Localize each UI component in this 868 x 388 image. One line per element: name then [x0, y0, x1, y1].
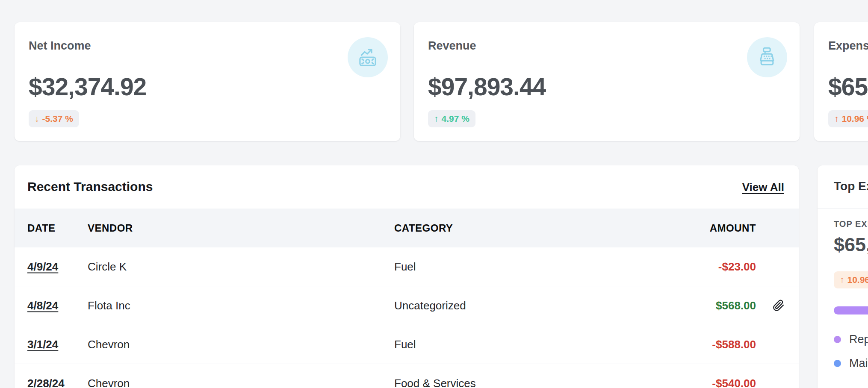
revenue-value: $97,893.44: [428, 73, 546, 101]
top-expenses-panel: Top Expenses TOP EXPENSES $65,518.52 ↑ 1…: [818, 165, 868, 388]
card-title: Expenses: [828, 39, 868, 53]
arrow-up-icon: ↑: [834, 114, 839, 124]
transaction-vendor: Flota Inc: [88, 299, 130, 312]
legend-item: Maintenance: [834, 357, 868, 370]
cash-register-icon: [755, 45, 779, 70]
column-header-vendor: VENDOR: [88, 222, 133, 234]
revenue-card: Revenue $97,893.44 ↑ 4.97 %: [414, 22, 800, 141]
view-all-link[interactable]: View All: [742, 181, 784, 194]
revenue-delta-badge: ↑ 4.97 %: [428, 110, 475, 127]
delta-text: 10.96 %: [842, 114, 868, 124]
table-header-row: DATE VENDOR CATEGORY AMOUNT: [15, 209, 799, 247]
delta-text: 4.97 %: [442, 114, 469, 124]
transaction-category: Fuel: [394, 260, 416, 273]
icon-circle: [348, 37, 388, 77]
transaction-date-link[interactable]: 4/8/24: [27, 299, 58, 312]
recent-transactions-panel: Recent Transactions View All DATE VENDOR…: [15, 165, 799, 388]
arrow-up-icon: ↑: [434, 114, 439, 124]
column-header-amount: AMOUNT: [710, 222, 756, 234]
panel-title: Recent Transactions: [27, 179, 153, 194]
table-row[interactable]: 4/9/24 Circle K Fuel -$23.00: [15, 247, 799, 286]
transaction-amount: -$23.00: [718, 260, 756, 273]
delta-text: 10.96 %: [847, 275, 868, 285]
transaction-amount: -$588.00: [712, 338, 756, 351]
card-title: Net Income: [29, 39, 91, 53]
expenses-value: $65,518.52: [828, 73, 868, 101]
expenses-delta-badge: ↑ 10.96 %: [828, 110, 868, 127]
transaction-category: Fuel: [394, 338, 416, 351]
top-expenses-value: $65,518.52: [834, 234, 868, 256]
net-income-delta-badge: ↓ -5.37 %: [29, 110, 79, 127]
column-header-date: DATE: [27, 222, 56, 234]
transaction-category: Uncategorized: [394, 299, 466, 312]
expenses-distribution-bar: [834, 306, 868, 315]
table-row[interactable]: 3/1/24 Chevron Fuel -$588.00: [15, 325, 799, 364]
transaction-amount: -$540.00: [712, 377, 756, 388]
paperclip-icon[interactable]: [773, 300, 785, 312]
table-row[interactable]: 2/28/24 Chevron Food & Services -$540.00: [15, 364, 799, 388]
net-income-card: Net Income $32,374.92 ↓ -5.37 %: [15, 22, 400, 141]
legend-label: Maintenance: [849, 357, 868, 370]
arrow-down-icon: ↓: [35, 114, 39, 124]
transaction-date-link[interactable]: 2/28/24: [27, 377, 65, 388]
top-expenses-label: TOP EXPENSES: [834, 219, 868, 229]
column-header-category: CATEGORY: [394, 222, 453, 234]
delta-text: -5.37 %: [42, 114, 73, 124]
transaction-date-link[interactable]: 3/1/24: [27, 338, 58, 351]
banknote-trend-icon: [355, 45, 380, 70]
expenses-card: Expenses $65,518.52 ↑ 10.96 %: [814, 22, 868, 141]
top-expenses-delta-badge: ↑ 10.96 %: [834, 271, 868, 288]
legend-label: Repairs: [849, 333, 868, 346]
icon-circle: [747, 37, 787, 77]
panel-title: Top Expenses: [834, 179, 868, 193]
card-title: Revenue: [428, 39, 476, 53]
transaction-vendor: Chevron: [88, 338, 130, 351]
transaction-vendor: Chevron: [88, 377, 130, 388]
legend-dot-purple: [834, 336, 841, 343]
legend-dot-blue: [834, 360, 841, 367]
net-income-value: $32,374.92: [29, 73, 146, 101]
arrow-up-icon: ↑: [840, 275, 844, 285]
divider: [818, 209, 868, 209]
transaction-date-link[interactable]: 4/9/24: [27, 260, 58, 273]
transaction-vendor: Circle K: [88, 260, 127, 273]
table-row[interactable]: 4/8/24 Flota Inc Uncategorized $568.00: [15, 286, 799, 325]
legend-item: Repairs: [834, 333, 868, 346]
transaction-category: Food & Services: [394, 377, 476, 388]
transaction-amount: $568.00: [716, 299, 756, 312]
